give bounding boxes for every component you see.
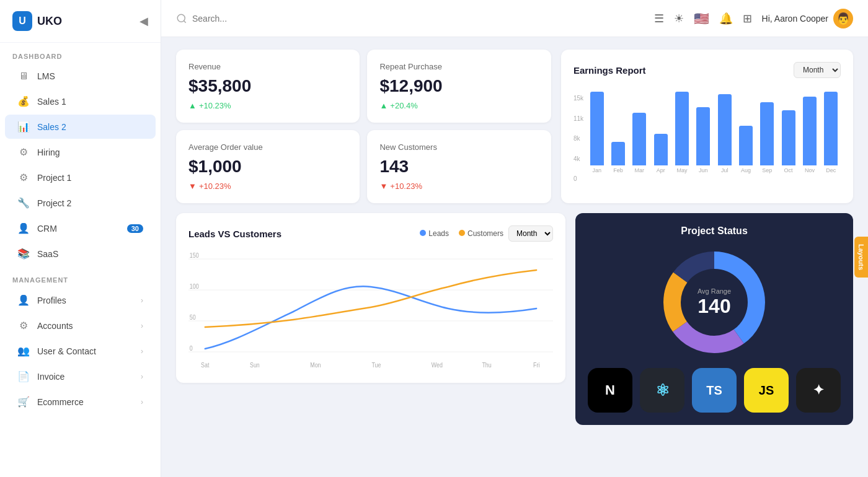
sidebar-item-label: Project 2: [37, 198, 71, 208]
typescript-icon[interactable]: TS: [692, 368, 737, 413]
svg-line-1: [184, 20, 185, 22]
bar-label: Nov: [805, 167, 815, 173]
bar-col: Jan: [587, 92, 606, 173]
sidebar-item-ecommerce[interactable]: 🛒 Ecommerce ›: [5, 390, 156, 414]
bar-label: Aug: [741, 167, 751, 173]
sidebar-item-accounts[interactable]: ⚙ Accounts ›: [5, 313, 156, 338]
sales2-icon: 📊: [17, 121, 30, 133]
lms-icon: 🖥: [17, 71, 30, 82]
sidebar-item-label: Ecommerce: [37, 397, 84, 407]
revenue-value: $35,800: [188, 76, 347, 96]
header: ☰ ☀ 🇺🇸 🔔 ⊞ Hi, Aaron Cooper 👨: [161, 0, 868, 37]
sidebar-item-label: LMS: [37, 71, 55, 81]
bar-label: Jan: [592, 167, 601, 173]
bar: [632, 113, 646, 165]
user-info: Hi, Aaron Cooper 👨: [762, 9, 853, 28]
sidebar-item-project2[interactable]: 🔧 Project 2: [5, 191, 156, 215]
bar: [675, 92, 689, 165]
bar: [824, 92, 838, 165]
sidebar-item-lms[interactable]: 🖥 LMS: [5, 64, 156, 88]
leads-chart-title: Leads VS Customers: [188, 229, 281, 239]
management-section-label: MANAGEMENT: [0, 266, 161, 287]
repeat-purchase-card: Repeat Purchase $12,900 ▲+20.4%: [367, 50, 551, 123]
dashboard-section-label: DASHBOARD: [0, 43, 161, 64]
react-icon[interactable]: ⚛: [640, 368, 684, 413]
search-box[interactable]: [176, 13, 647, 24]
sidebar-item-label: CRM: [37, 224, 57, 234]
bar-col: Dec: [822, 92, 841, 173]
leads-chart-svg: 150 100 50 0 Sat Sun Mon Tu: [188, 247, 553, 370]
avg-order-card: Average Order value $1,000 ▼+10.23%: [176, 130, 360, 203]
chevron-right-icon: ›: [141, 347, 143, 356]
menu-icon[interactable]: ☰: [654, 12, 664, 25]
bar-col: Jul: [715, 92, 734, 173]
y-label: 4k: [574, 155, 583, 162]
svg-point-0: [177, 14, 185, 22]
apps-icon[interactable]: ⊞: [743, 12, 752, 25]
hiring-icon: ⚙: [17, 146, 30, 158]
flag-icon[interactable]: 🇺🇸: [694, 11, 709, 26]
sidebar-item-label: Invoice: [37, 372, 64, 382]
earnings-period-select[interactable]: Month Week Year: [794, 62, 841, 78]
next-icon[interactable]: N: [588, 368, 632, 413]
content-light: Revenue $35,800 ▲+10.23% Repeat Purchase…: [161, 37, 868, 477]
sidebar: U UKO ◀ DASHBOARD 🖥 LMS 💰 Sales 1 📊 Sale…: [0, 0, 161, 477]
accounts-icon: ⚙: [17, 320, 30, 331]
sidebar-item-saas[interactable]: 📚 SaaS: [5, 242, 156, 266]
bar-col: Nov: [800, 92, 819, 173]
leads-period-select[interactable]: Month: [508, 225, 553, 242]
content-area: Revenue $35,800 ▲+10.23% Repeat Purchase…: [161, 37, 868, 477]
revenue-change: ▲+10.23%: [188, 101, 347, 110]
svg-text:Sat: Sat: [201, 361, 210, 369]
svg-text:Mon: Mon: [310, 361, 321, 369]
revenue-label: Revenue: [188, 62, 347, 71]
collapse-button[interactable]: ◀: [140, 14, 148, 28]
svg-text:Wed: Wed: [432, 361, 443, 369]
search-input[interactable]: [192, 14, 316, 24]
repeat-purchase-label: Repeat Purchase: [379, 62, 538, 71]
ecommerce-icon: 🛒: [17, 396, 30, 408]
layouts-tab[interactable]: Layouts: [854, 237, 868, 278]
revenue-card: Revenue $35,800 ▲+10.23%: [176, 50, 360, 123]
sidebar-item-project1[interactable]: ⚙ Project 1: [5, 165, 156, 190]
figma-icon[interactable]: ✦: [796, 368, 841, 413]
bar-col: Feb: [608, 92, 627, 173]
leads-dot: [420, 230, 426, 236]
sidebar-item-sales1[interactable]: 💰 Sales 1: [5, 89, 156, 113]
sidebar-item-hiring[interactable]: ⚙ Hiring: [5, 140, 156, 164]
earnings-card: Earnings Report Month Week Year 0 4k 8k …: [561, 50, 853, 203]
avg-order-change: ▼+10.23%: [188, 182, 347, 191]
bar-label: Jun: [699, 167, 708, 173]
y-label: 0: [574, 175, 583, 182]
bar-col: Aug: [736, 92, 755, 173]
project-status-title: Project Status: [681, 225, 748, 237]
bar-col: May: [672, 92, 691, 173]
sidebar-item-sales2[interactable]: 📊 Sales 2: [5, 115, 156, 139]
bar-label: Oct: [784, 167, 793, 173]
bar: [760, 102, 774, 165]
svg-text:Thu: Thu: [482, 361, 491, 369]
donut-value: 140: [698, 295, 731, 318]
bar-col: Mar: [630, 92, 649, 173]
bar-label: Dec: [826, 167, 836, 173]
bar: [611, 142, 625, 165]
theme-icon[interactable]: ☀: [674, 12, 684, 25]
chevron-right-icon: ›: [141, 372, 143, 381]
bar-label: Jul: [721, 167, 728, 173]
sales1-icon: 💰: [17, 95, 30, 107]
notifications-icon[interactable]: 🔔: [719, 12, 733, 25]
bar: [739, 126, 753, 165]
sidebar-item-label: Sales 1: [37, 97, 66, 107]
svg-text:Tue: Tue: [371, 361, 381, 369]
javascript-icon[interactable]: JS: [744, 368, 789, 413]
new-customers-change: ▼+10.23%: [379, 182, 538, 191]
bar-label: Apr: [657, 167, 665, 173]
new-customers-label: New Customers: [379, 142, 538, 152]
sidebar-item-crm[interactable]: 👤 CRM 30: [5, 216, 156, 240]
bar: [654, 134, 668, 165]
sidebar-item-profiles[interactable]: 👤 Profiles ›: [5, 288, 156, 312]
sidebar-item-user-contact[interactable]: 👥 User & Contact ›: [5, 339, 156, 363]
sidebar-item-invoice[interactable]: 📄 Invoice ›: [5, 364, 156, 388]
repeat-purchase-value: $12,900: [379, 76, 538, 96]
bar-col: Jun: [694, 92, 713, 173]
